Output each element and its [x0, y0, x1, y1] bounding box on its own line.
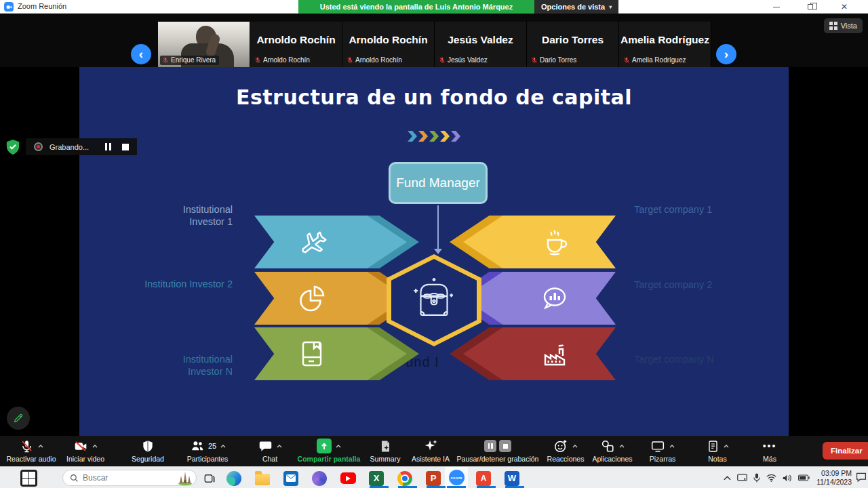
close-button[interactable]: ✕	[833, 0, 856, 14]
slide-title: Estructura de un fondo de capital	[79, 85, 789, 109]
notes-button[interactable]: Notas	[697, 438, 738, 463]
action-center-button[interactable]	[856, 472, 867, 485]
clock-date: 11/14/2023	[816, 478, 852, 487]
stop-recording-button[interactable]	[122, 144, 129, 150]
decorative-chevrons	[79, 131, 789, 142]
start-video-button[interactable]: Iniciar video	[55, 438, 116, 463]
chevron-up-icon	[572, 445, 578, 448]
pause-stop-recording-button[interactable]: Pausar/detener grabación	[447, 438, 549, 463]
more-dots-icon: •••	[763, 438, 777, 454]
unmute-audio-button[interactable]: Reactivar audio	[0, 438, 62, 463]
shield-icon	[141, 439, 155, 453]
participant-tile[interactable]: Arnoldo Rochín Arnoldo Rochín	[342, 22, 435, 67]
recording-status: Grabando...	[50, 143, 89, 151]
chrome-icon[interactable]	[396, 470, 414, 487]
stop-icon[interactable]	[499, 440, 511, 452]
participant-tile[interactable]: Amelia Rodríguez Amelia Rodríguez	[619, 22, 711, 67]
chat-chart-icon	[539, 283, 570, 317]
participant-tile[interactable]: Dario Torres Dario Torres	[527, 22, 619, 67]
camera-muted-icon	[73, 439, 88, 453]
battery-icon[interactable]	[798, 474, 810, 481]
chevron-up-icon	[336, 445, 341, 448]
annotate-button[interactable]	[7, 407, 30, 430]
volume-icon[interactable]	[783, 474, 792, 483]
investor-label-1: Institutional Investor 1	[151, 203, 233, 228]
participant-name-tag: Arnoldo Rochín	[252, 56, 313, 65]
participants-button[interactable]: 25 Participantes	[177, 438, 238, 463]
target-label-2: Target company 2	[634, 279, 712, 291]
taskbar-search[interactable]	[62, 470, 197, 486]
file-explorer-icon[interactable]	[254, 470, 271, 487]
more-button[interactable]: ••• Más	[749, 438, 790, 463]
window-title: Zoom Reunión	[18, 2, 66, 10]
minimize-icon	[773, 7, 780, 7]
apps-button[interactable]: Aplicaciones	[588, 438, 637, 463]
coffee-cup-icon	[539, 226, 570, 260]
pause-icon[interactable]	[484, 440, 496, 452]
participant-tile-video[interactable]: Enrique Rivera	[158, 22, 250, 67]
share-screen-icon	[317, 439, 332, 453]
chevron-up-icon	[669, 445, 675, 448]
security-button[interactable]: Seguridad	[121, 438, 175, 463]
notes-icon	[707, 439, 719, 453]
presentation-slide: Estructura de un fondo de capital Fund M…	[79, 67, 789, 436]
whiteboard-icon	[650, 439, 665, 453]
connector-line	[437, 205, 439, 249]
chat-button[interactable]: Chat	[250, 438, 290, 463]
summary-doc-icon	[379, 439, 392, 453]
edge-icon[interactable]	[225, 470, 243, 487]
chevron-down-icon: ▾	[609, 4, 612, 10]
muted-mic-icon	[531, 57, 538, 64]
filmstrip-prev-button[interactable]: ‹	[131, 44, 151, 64]
taskbar-clock[interactable]: 03:09 PM 11/14/2023	[816, 469, 852, 487]
microsoft365-icon[interactable]	[311, 470, 328, 487]
filmstrip-next-button[interactable]: ›	[716, 44, 736, 64]
chevron-shape-icon	[408, 131, 417, 142]
chevron-up-icon	[724, 445, 729, 448]
acrobat-icon[interactable]: A	[475, 470, 492, 487]
tray-mic-icon[interactable]	[753, 473, 760, 483]
task-view-button[interactable]	[201, 470, 218, 487]
view-options-button[interactable]: Opciones de vista ▾	[534, 0, 618, 14]
apps-icon	[600, 439, 615, 453]
muted-mic-icon	[623, 57, 630, 64]
pause-recording-button[interactable]	[105, 143, 111, 150]
viewing-screen-banner: Usted está viendo la pantalla de Luis An…	[298, 0, 534, 14]
chevron-up-icon	[277, 445, 282, 448]
treasure-chest-icon	[408, 274, 460, 327]
maximize-button[interactable]	[799, 0, 822, 14]
investor-label-3: Institutional Investor N	[151, 353, 233, 378]
participant-tile[interactable]: Jesús Valdez Jesús Valdez	[435, 22, 527, 67]
hidden-icons-chevron[interactable]	[724, 475, 731, 481]
wifi-icon[interactable]	[766, 474, 776, 482]
chevron-up-icon	[220, 445, 226, 448]
chevron-shape-icon	[418, 131, 428, 142]
muted-mic-icon	[347, 57, 353, 64]
whiteboards-button[interactable]: Pizarras	[639, 438, 686, 463]
summary-button[interactable]: Summary	[361, 438, 409, 463]
investor-label-2: Institution Investor 2	[97, 278, 233, 290]
airplane-icon	[296, 226, 328, 260]
participant-filmstrip: ‹ › Vista Enrique Rivera Arnoldo Ro	[0, 14, 868, 67]
search-input[interactable]	[83, 473, 173, 483]
grid-view-icon	[829, 22, 837, 30]
excel-icon[interactable]: X	[368, 470, 385, 487]
end-meeting-button[interactable]: Finalizar	[823, 442, 868, 460]
powerpoint-icon[interactable]: P	[425, 470, 442, 487]
vista-view-button[interactable]: Vista	[824, 18, 863, 33]
youtube-icon[interactable]	[339, 470, 357, 487]
share-screen-button[interactable]: Compartir pantalla	[296, 438, 361, 463]
outlook-icon[interactable]	[282, 470, 300, 487]
zoom-taskbar-icon[interactable]: zoom	[445, 467, 468, 488]
word-icon[interactable]: W	[503, 470, 521, 487]
participant-name-tag: Enrique Rivera	[160, 56, 219, 65]
notification-icon	[856, 472, 867, 483]
minimize-button[interactable]	[765, 0, 788, 14]
chat-bubble-icon	[258, 439, 273, 453]
participant-name-tag: Dario Torres	[529, 56, 580, 65]
participant-tile[interactable]: Arnoldo Rochín Arnoldo Rochín	[250, 22, 342, 67]
chevron-shape-icon	[429, 131, 439, 142]
start-button[interactable]	[20, 470, 37, 487]
reactions-button[interactable]: Reacciones	[541, 438, 590, 463]
virtual-desktop-icon[interactable]	[737, 474, 747, 483]
